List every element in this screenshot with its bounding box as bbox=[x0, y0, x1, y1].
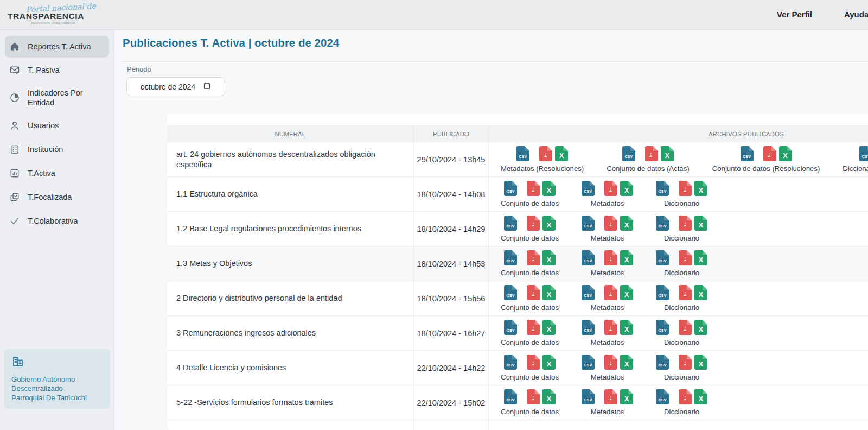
xls-icon-text: X bbox=[699, 221, 704, 231]
xls-file-icon[interactable]: X bbox=[542, 285, 556, 300]
sidebar-item-indicadores-por-entidad[interactable]: Indicadores Por Entidad bbox=[5, 83, 109, 113]
pdf-file-icon[interactable] bbox=[527, 285, 540, 300]
file-group-label: Diccionario bbox=[664, 338, 699, 346]
csv-file-icon[interactable]: CSV bbox=[582, 181, 595, 196]
xls-file-icon[interactable]: X bbox=[779, 146, 792, 161]
pdf-file-icon[interactable] bbox=[604, 355, 617, 370]
csv-file-icon[interactable]: CSV bbox=[504, 355, 517, 370]
pdf-file-icon[interactable] bbox=[679, 181, 692, 196]
csv-file-icon[interactable]: CSV bbox=[582, 285, 595, 300]
xls-file-icon[interactable]: X bbox=[661, 146, 674, 161]
file-group-icons: CSVX bbox=[582, 389, 633, 404]
xls-file-icon[interactable]: X bbox=[620, 216, 633, 231]
pdf-file-icon[interactable] bbox=[679, 285, 692, 300]
calendar-icon[interactable] bbox=[203, 81, 211, 92]
pdf-file-icon[interactable] bbox=[679, 389, 692, 404]
csv-file-icon[interactable]: CSV bbox=[582, 355, 595, 370]
pdf-file-icon[interactable] bbox=[527, 250, 540, 265]
xls-file-icon[interactable]: X bbox=[542, 216, 556, 231]
csv-file-icon[interactable]: CSV bbox=[504, 389, 517, 404]
xls-file-icon[interactable]: X bbox=[694, 181, 707, 196]
xls-file-icon[interactable]: X bbox=[694, 389, 707, 404]
csv-file-icon[interactable]: CSV bbox=[656, 285, 669, 300]
csv-file-icon[interactable]: CSV bbox=[656, 216, 669, 231]
title-divider bbox=[123, 61, 868, 62]
csv-icon-text: CSV bbox=[584, 363, 592, 370]
file-group: CSVXMetadatos bbox=[582, 216, 633, 242]
pdf-file-icon[interactable] bbox=[604, 250, 617, 265]
xls-file-icon[interactable]: X bbox=[620, 355, 633, 370]
csv-file-icon[interactable]: CSV bbox=[504, 285, 517, 300]
sidebar-item-label: T. Pasiva bbox=[28, 65, 60, 75]
csv-file-icon[interactable]: CSV bbox=[656, 389, 669, 404]
csv-file-icon[interactable]: CSV bbox=[504, 320, 517, 335]
xls-file-icon[interactable]: X bbox=[620, 250, 633, 265]
xls-file-icon[interactable]: X bbox=[555, 146, 568, 161]
pdf-file-icon[interactable] bbox=[679, 320, 692, 335]
pdf-file-icon[interactable] bbox=[604, 320, 617, 335]
csv-file-icon[interactable]: CSV bbox=[582, 250, 595, 265]
csv-file-icon[interactable]: CSV bbox=[582, 320, 595, 335]
xls-file-icon[interactable]: X bbox=[542, 355, 556, 370]
pdf-file-icon[interactable] bbox=[679, 250, 692, 265]
sidebar-item-reportes-t-activa[interactable]: Reportes T. Activa bbox=[5, 36, 109, 58]
csv-file-icon[interactable]: CSV bbox=[516, 146, 529, 161]
pdf-file-icon[interactable] bbox=[527, 355, 540, 370]
pdf-file-icon[interactable] bbox=[604, 181, 617, 196]
xls-file-icon[interactable]: X bbox=[620, 389, 633, 404]
pdf-file-icon[interactable] bbox=[645, 146, 658, 161]
entity-card[interactable]: Gobierno Autónomo Descentralizado Parroq… bbox=[4, 349, 110, 409]
xls-file-icon[interactable]: X bbox=[694, 216, 707, 231]
csv-file-icon[interactable]: CSV bbox=[656, 181, 669, 196]
xls-file-icon[interactable]: X bbox=[542, 250, 556, 265]
sidebar-item-t-pasiva[interactable]: T. Pasiva bbox=[5, 59, 109, 81]
file-group-icons: CSVX bbox=[656, 216, 707, 231]
xls-file-icon[interactable]: X bbox=[694, 355, 707, 370]
csv-file-icon[interactable]: CSV bbox=[656, 320, 669, 335]
sidebar-item-t-colaborativa[interactable]: T.Colaborativa bbox=[5, 210, 109, 232]
pdf-file-icon[interactable] bbox=[527, 216, 540, 231]
pdf-file-icon[interactable] bbox=[539, 146, 552, 161]
csv-icon-text: CSV bbox=[659, 224, 667, 231]
csv-file-icon[interactable]: CSV bbox=[859, 146, 868, 161]
csv-file-icon[interactable]: CSV bbox=[504, 250, 517, 265]
xls-file-icon[interactable]: X bbox=[620, 181, 633, 196]
pdf-file-icon[interactable] bbox=[763, 146, 776, 161]
portal-transparencia-app: Portal nacional de TRANSPARENCIA Reposit… bbox=[0, 0, 868, 430]
archivos-cell: CSVXConjunto de datosCSVXMetadatosCSVXDi… bbox=[488, 385, 868, 420]
pdf-file-icon[interactable] bbox=[604, 285, 617, 300]
csv-file-icon[interactable]: CSV bbox=[622, 146, 635, 161]
sidebar-item-t-focalizada[interactable]: T.Focalizada bbox=[5, 186, 109, 208]
file-group-icons: CSVX bbox=[741, 146, 792, 161]
csv-file-icon[interactable]: CSV bbox=[741, 146, 754, 161]
view-profile-link[interactable]: Ver Perfil bbox=[777, 10, 812, 19]
pdf-file-icon[interactable] bbox=[679, 355, 692, 370]
xls-file-icon[interactable]: X bbox=[542, 320, 556, 335]
csv-file-icon[interactable]: CSV bbox=[582, 389, 595, 404]
csv-file-icon[interactable]: CSV bbox=[656, 355, 669, 370]
sidebar-item-usuarios[interactable]: Usuarios bbox=[5, 114, 109, 137]
sidebar-item-t-activa[interactable]: T.Activa bbox=[5, 162, 109, 185]
pdf-file-icon[interactable] bbox=[527, 389, 540, 404]
pdf-file-icon[interactable] bbox=[604, 216, 617, 231]
xls-file-icon[interactable]: X bbox=[620, 320, 633, 335]
xls-file-icon[interactable]: X bbox=[542, 181, 556, 196]
pdf-file-icon[interactable] bbox=[679, 216, 692, 231]
csv-file-icon[interactable]: CSV bbox=[504, 181, 517, 196]
pdf-file-icon[interactable] bbox=[527, 181, 540, 196]
xls-file-icon[interactable]: X bbox=[620, 285, 633, 300]
csv-file-icon[interactable]: CSV bbox=[656, 250, 669, 265]
pdf-file-icon[interactable] bbox=[604, 389, 617, 404]
sidebar-item-label: Institución bbox=[28, 144, 63, 154]
portal-logo[interactable]: Portal nacional de TRANSPARENCIA Reposit… bbox=[8, 2, 111, 28]
sidebar-item-institucion[interactable]: Institución bbox=[5, 138, 109, 161]
csv-file-icon[interactable]: CSV bbox=[582, 216, 595, 231]
pdf-file-icon[interactable] bbox=[527, 320, 540, 335]
xls-file-icon[interactable]: X bbox=[694, 250, 707, 265]
xls-file-icon[interactable]: X bbox=[542, 389, 556, 404]
period-month-input[interactable]: octubre de 2024 bbox=[126, 77, 225, 96]
xls-file-icon[interactable]: X bbox=[694, 320, 707, 335]
csv-file-icon[interactable]: CSV bbox=[504, 216, 517, 231]
xls-file-icon[interactable]: X bbox=[694, 285, 707, 300]
help-link[interactable]: Ayuda bbox=[844, 10, 868, 19]
